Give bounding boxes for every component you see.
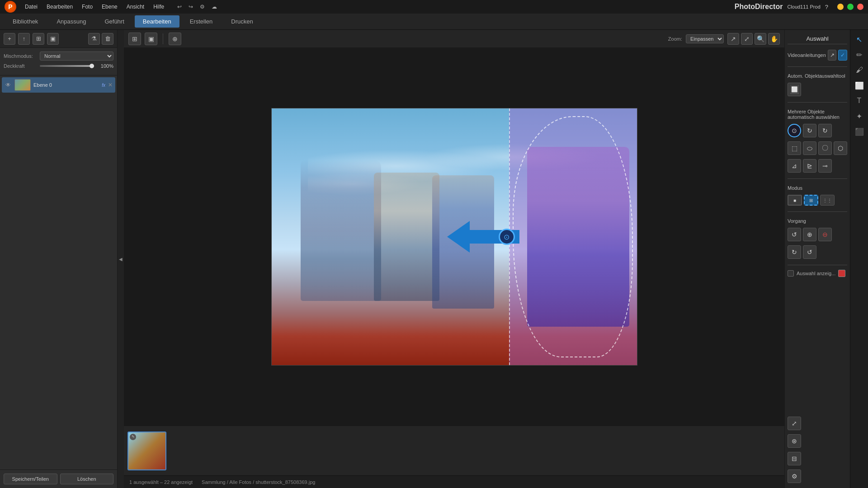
transform-selection-button[interactable]: ⊸: [818, 159, 832, 173]
vorgang-add-button[interactable]: ⊕: [803, 228, 816, 241]
menu-items: Datei Bearbeiten Foto Ebene Ansicht Hilf…: [23, 3, 166, 11]
rect-select-button[interactable]: ⬚: [788, 141, 801, 155]
menu-foto[interactable]: Foto: [80, 3, 94, 11]
text-tool-button[interactable]: T: [853, 94, 866, 108]
crop-tool-button[interactable]: ⬜: [853, 79, 866, 92]
brush-tool-button[interactable]: 🖌: [853, 63, 866, 77]
thumbnail-item[interactable]: ✎: [127, 432, 166, 470]
delete-button[interactable]: Löschen: [60, 474, 114, 484]
align-button[interactable]: ⊕: [169, 33, 181, 45]
selection-paint-button[interactable]: ✏: [853, 48, 866, 61]
filter-button[interactable]: ⚗: [88, 33, 100, 45]
layer-thumbnail: [14, 79, 31, 91]
warp-button[interactable]: ⊛: [788, 434, 801, 448]
titlebar: P Datei Bearbeiten Foto Ebene Ansicht Hi…: [0, 0, 868, 14]
menu-bearbeiten[interactable]: Bearbeiten: [45, 3, 75, 11]
multi-select-circle-active[interactable]: ⊙: [788, 124, 801, 137]
grid-view-button[interactable]: ⊞: [128, 33, 141, 45]
refine-edge-button[interactable]: ⊿: [788, 159, 801, 173]
poly-select-button[interactable]: ⬡: [834, 141, 847, 155]
menu-ebene[interactable]: Ebene: [100, 3, 119, 11]
mode-row: ■ ⊞ ⋮⋮: [788, 195, 847, 206]
tab-erstellen[interactable]: Erstellen: [182, 15, 221, 28]
file-path: Sammlung / Alle Fotos / shutterstock_875…: [202, 479, 315, 485]
user-account[interactable]: Cloud111 Prod: [787, 4, 820, 9]
grow-button[interactable]: ⊵: [803, 159, 816, 173]
video-tutorials-toggle[interactable]: ✓: [838, 50, 847, 61]
blend-mode-select[interactable]: Normal: [40, 52, 113, 61]
layer-fx-badge[interactable]: fx: [102, 83, 105, 88]
help-button[interactable]: ?: [825, 4, 828, 10]
delete-layer-button[interactable]: 🗑: [102, 33, 113, 45]
video-tutorials-label: Videoanleitungen: [788, 52, 826, 58]
rotate-ccw-button[interactable]: ↺: [803, 245, 816, 259]
undo-icon[interactable]: ↩: [177, 4, 182, 10]
mode-solid-button[interactable]: ■: [788, 195, 802, 206]
zoom-select[interactable]: Einpassen 25% 50% 100% 200%: [686, 34, 724, 43]
maximize-button[interactable]: [847, 4, 854, 10]
layer-visibility-icon[interactable]: 👁: [5, 81, 12, 89]
selection-tool-indicator: ⊙: [499, 229, 515, 245]
close-button[interactable]: [857, 4, 863, 10]
zoom-search-button[interactable]: 🔍: [755, 33, 766, 45]
single-view-button[interactable]: ▣: [145, 33, 157, 45]
minimize-button[interactable]: [837, 4, 844, 10]
vorgang-refresh-button[interactable]: ↺: [788, 228, 801, 241]
mode-dashed-button[interactable]: ⊞: [804, 195, 818, 206]
selection-color-swatch[interactable]: [838, 270, 845, 277]
layers-list: 👁 Ebene 0 fx ✕: [0, 75, 117, 469]
show-selection-checkbox[interactable]: [788, 270, 794, 277]
clone-tool-button[interactable]: ⬛: [853, 125, 866, 138]
align-distribute-button[interactable]: ⊟: [788, 452, 801, 465]
menu-ansicht[interactable]: Ansicht: [125, 3, 146, 11]
video-tutorials-button[interactable]: ↗: [828, 50, 837, 61]
layer-delete-icon[interactable]: ✕: [108, 82, 113, 88]
bottom-tools-row2: ⊛: [788, 434, 847, 448]
vorgang-remove-button[interactable]: ⊖: [818, 228, 832, 241]
canvas-toolbar: ⊞ ▣ ⊕ Zoom: Einpassen 25% 50% 100% 200% …: [124, 30, 784, 48]
ellipse-select-button[interactable]: ⬭: [803, 141, 816, 155]
fit-view-button[interactable]: ⤢: [741, 33, 753, 45]
freehand-select-button[interactable]: 〇: [818, 141, 832, 155]
import-button[interactable]: ↑: [18, 33, 30, 45]
tab-bearbeiten[interactable]: Bearbeiten: [135, 15, 179, 28]
settings-gear-icon[interactable]: ⚙: [200, 4, 205, 10]
rotate-cw-button[interactable]: ↻: [788, 245, 801, 259]
menu-hilfe[interactable]: Hilfe: [151, 3, 166, 11]
photo-canvas[interactable]: ⊙: [271, 108, 637, 366]
tab-bibliothek[interactable]: Bibliothek: [5, 15, 46, 28]
right-panel: Auswahl Videoanleitungen ↗ ✓ Autom. Obje…: [784, 30, 850, 488]
group-button[interactable]: ⊞: [33, 33, 44, 45]
save-share-button[interactable]: Speichern/Teilen: [4, 474, 57, 484]
add-layer-button[interactable]: +: [4, 33, 15, 45]
left-panel-collapse[interactable]: ◀: [118, 30, 124, 488]
pan-button[interactable]: ✋: [768, 33, 780, 45]
tab-anpassung[interactable]: Anpassung: [48, 15, 94, 28]
transform-button[interactable]: ⤢: [788, 417, 801, 430]
app-logo: P: [5, 1, 16, 13]
window-controls: [837, 4, 863, 10]
multi-select-row3: ⊿ ⊵ ⊸: [788, 159, 847, 173]
heal-tool-button[interactable]: ✦: [853, 109, 866, 123]
layer-item-0[interactable]: 👁 Ebene 0 fx ✕: [2, 77, 115, 93]
auto-select-icon[interactable]: 🔲: [788, 83, 801, 96]
tab-drucken[interactable]: Drucken: [223, 15, 261, 28]
multi-select-magic[interactable]: ↻: [818, 124, 832, 137]
multi-select-lasso[interactable]: ↻: [803, 124, 816, 137]
mask-button[interactable]: ▣: [47, 33, 59, 45]
select-tool-button[interactable]: ↖: [853, 33, 866, 46]
redo-icon[interactable]: ↪: [189, 4, 193, 10]
divider-2: [788, 102, 847, 103]
menu-datei[interactable]: Datei: [23, 3, 39, 11]
content-area: + ↑ ⊞ ▣ ⚗ 🗑 Mischmodus: Normal Deckkraft: [0, 30, 868, 488]
toolbar-separator: [163, 33, 163, 44]
titlebar-right: PhotoDirector Cloud111 Prod ?: [735, 3, 863, 11]
thumbnail-strip: ✎: [124, 426, 784, 475]
opacity-slider[interactable]: [40, 65, 94, 67]
opacity-value: 100%: [98, 63, 113, 69]
tab-gefuhrt[interactable]: Geführt: [96, 15, 132, 28]
settings-button[interactable]: ⚙: [788, 469, 801, 483]
export-view-button[interactable]: ↗: [727, 33, 739, 45]
cloud-save-icon[interactable]: ☁: [212, 4, 217, 10]
mode-dots-button[interactable]: ⋮⋮: [820, 195, 835, 206]
